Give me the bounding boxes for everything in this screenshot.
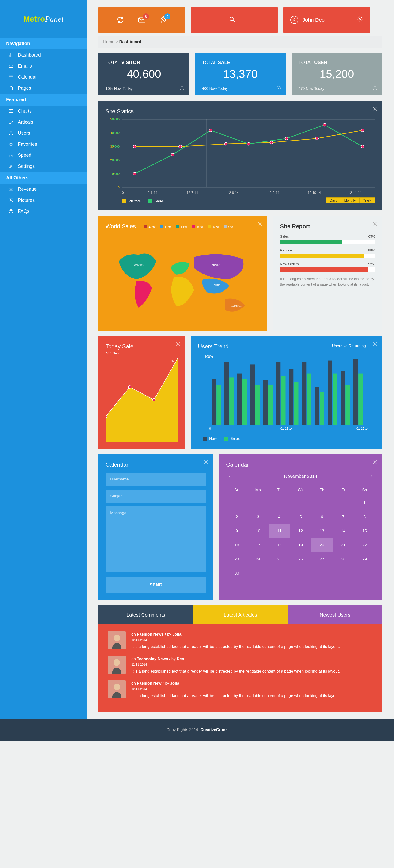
close-icon[interactable]: [257, 221, 262, 226]
cal-day[interactable]: 17: [248, 538, 269, 552]
close-icon[interactable]: [175, 341, 180, 346]
graph-icon: [8, 108, 13, 114]
tab-newest-users[interactable]: Newest Users: [288, 606, 382, 624]
refresh-icon[interactable]: [115, 15, 126, 25]
breadcrumb-home[interactable]: Home: [103, 39, 114, 44]
prev-month-button[interactable]: ‹: [226, 473, 233, 480]
cal-day[interactable]: 14: [333, 524, 354, 538]
sidebar: MetroPanel NavigationDashboardEmailsCale…: [0, 0, 87, 719]
panel-title: Calendar: [226, 461, 375, 468]
nav-item-revenue[interactable]: Revenue: [0, 184, 87, 195]
close-icon[interactable]: [372, 460, 377, 465]
cal-day[interactable]: 29: [354, 552, 375, 566]
cal-day[interactable]: 23: [226, 552, 248, 566]
close-icon[interactable]: [203, 460, 208, 465]
tab-latest-articales[interactable]: Latest Articales: [193, 606, 288, 624]
report-bar: Revnue88%: [280, 248, 375, 258]
svg-point-19: [133, 173, 136, 175]
svg-rect-59: [354, 359, 358, 425]
subject-input[interactable]: [105, 490, 206, 503]
message-textarea[interactable]: [105, 506, 206, 572]
info-icon[interactable]: i: [276, 86, 281, 90]
cal-day[interactable]: 15: [354, 524, 375, 538]
gear-icon[interactable]: [357, 16, 363, 24]
period-monthly[interactable]: Monthly: [341, 197, 359, 204]
cal-day[interactable]: 27: [311, 552, 333, 566]
brand-logo: MetroPanel: [0, 0, 87, 37]
period-yearly[interactable]: Yearly: [359, 197, 375, 204]
next-month-button[interactable]: ›: [368, 473, 375, 480]
cal-day[interactable]: 4: [269, 510, 290, 524]
svg-point-20: [171, 153, 174, 156]
cal-day: [226, 496, 248, 510]
period-daily[interactable]: Daily: [326, 197, 340, 204]
nav-item-emails[interactable]: Emails: [0, 61, 87, 71]
cal-day[interactable]: 6: [311, 510, 333, 524]
close-icon[interactable]: [372, 341, 377, 346]
cal-day[interactable]: 7: [333, 510, 354, 524]
page-icon: [8, 86, 13, 91]
svg-point-22: [247, 143, 250, 145]
svg-rect-58: [346, 385, 350, 425]
cal-day[interactable]: 13: [311, 524, 333, 538]
nav-item-pages[interactable]: Pages: [0, 83, 87, 94]
svg-point-15: [224, 143, 227, 145]
cal-day[interactable]: 11: [269, 524, 290, 538]
svg-rect-39: [224, 363, 229, 425]
panel-title: Today Sale: [105, 343, 178, 350]
info-icon[interactable]: i: [373, 86, 377, 90]
cal-dow: We: [290, 485, 311, 496]
cal-day[interactable]: 16: [226, 538, 248, 552]
cal-day[interactable]: 5: [290, 510, 311, 524]
tabs-panel: Latest Comments Latest Articales Newest …: [98, 606, 382, 712]
nav-item-articals[interactable]: Articals: [0, 117, 87, 128]
nav-item-charts[interactable]: Charts: [0, 105, 87, 117]
send-button[interactable]: SEND: [105, 577, 206, 593]
svg-text:AUSTRALIA: AUSTRALIA: [231, 305, 241, 307]
cal-day[interactable]: 28: [333, 552, 354, 566]
cal-day: [269, 566, 290, 580]
cal-day[interactable]: 1: [354, 496, 375, 510]
legend-item: 11%: [176, 225, 187, 229]
nav-item-users[interactable]: Users: [0, 128, 87, 138]
nav-item-favorites[interactable]: Favorites: [0, 138, 87, 150]
tab-latest-comments[interactable]: Latest Comments: [98, 606, 193, 624]
cal-day[interactable]: 19: [290, 538, 311, 552]
legend-item: 18%: [208, 225, 220, 229]
username-input[interactable]: [105, 473, 206, 486]
calendar-month: November 2014: [284, 474, 317, 479]
nav-item-dashboard[interactable]: Dashboard: [0, 50, 87, 61]
cal-day[interactable]: 26: [290, 552, 311, 566]
nav-item-pictures[interactable]: Pictures: [0, 195, 87, 206]
report-bar: Sales65%: [280, 235, 375, 244]
cal-day[interactable]: 25: [269, 552, 290, 566]
cal-day[interactable]: 21: [333, 538, 354, 552]
svg-rect-48: [281, 376, 286, 425]
cal-day[interactable]: 22: [354, 538, 375, 552]
mail-icon[interactable]: 8: [137, 15, 147, 25]
nav-item-calendar[interactable]: Calendar: [0, 71, 87, 83]
cal-day[interactable]: 3: [248, 510, 269, 524]
cal-day[interactable]: 8: [354, 510, 375, 524]
cal-day[interactable]: 2: [226, 510, 248, 524]
info-icon[interactable]: i: [180, 86, 184, 90]
nav-item-settings[interactable]: Settings: [0, 161, 87, 172]
nav-item-faqs[interactable]: FAQs: [0, 206, 87, 217]
cal-day[interactable]: 9: [226, 524, 248, 538]
close-icon[interactable]: [372, 106, 377, 112]
close-icon[interactable]: [372, 221, 377, 226]
cal-day[interactable]: 24: [248, 552, 269, 566]
svg-point-3: [10, 131, 12, 133]
cal-day[interactable]: 18: [269, 538, 290, 552]
footer: Copy Rights 2014. CreativeCrunk: [0, 719, 394, 741]
nav-section-header: Featured: [0, 94, 87, 105]
search-box[interactable]: |: [191, 7, 278, 33]
user-menu[interactable]: John Deo: [283, 7, 370, 33]
cal-day[interactable]: 12: [290, 524, 311, 538]
cal-day[interactable]: 20: [311, 538, 333, 552]
cal-day[interactable]: 10: [248, 524, 269, 538]
cal-day[interactable]: 30: [226, 566, 248, 580]
bell-icon[interactable]: 9: [158, 15, 169, 25]
svg-rect-54: [320, 392, 324, 425]
nav-item-speed[interactable]: Speed: [0, 150, 87, 161]
